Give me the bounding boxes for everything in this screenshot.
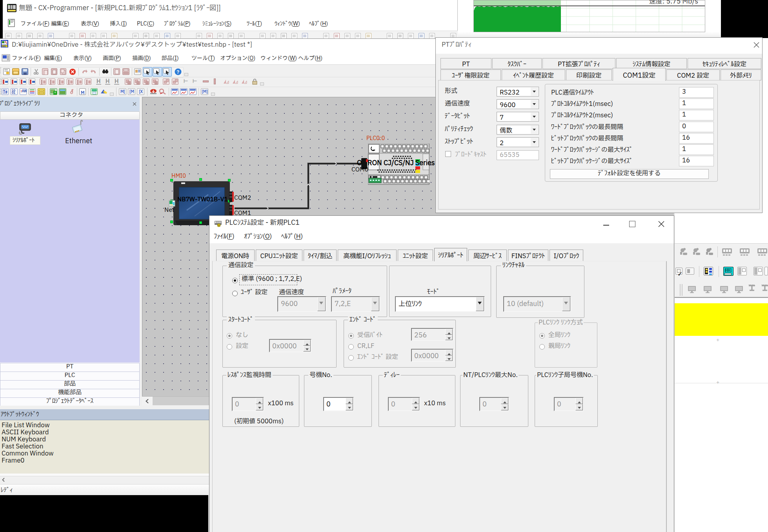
svg-text:NBD: NBD	[2, 45, 7, 48]
svg-text:?: ?	[177, 69, 179, 76]
